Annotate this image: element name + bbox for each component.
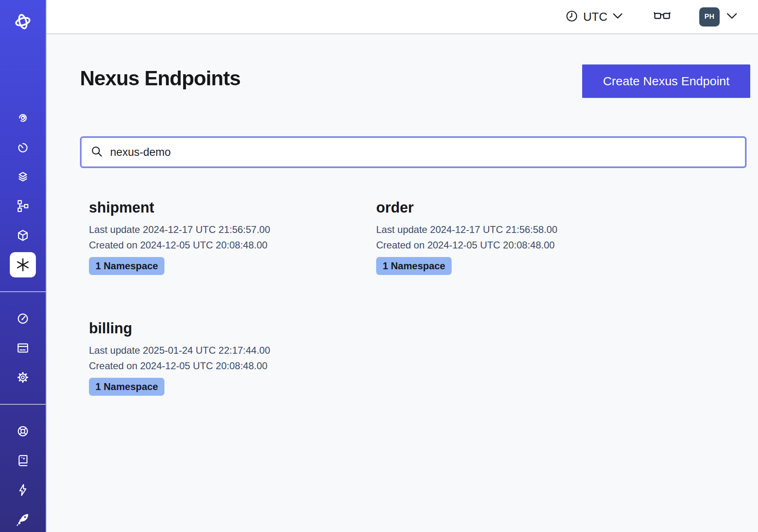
namespace-count-badge: 1 Namespace xyxy=(89,257,164,275)
rocket-icon xyxy=(16,512,30,527)
namespace-count-badge: 1 Namespace xyxy=(89,378,164,396)
nexus-active-indicator xyxy=(10,252,36,277)
endpoint-last-update: Last update 2025-01-24 UTC 22:17:44.00 xyxy=(89,343,376,358)
cube-icon xyxy=(16,228,30,242)
gauge-icon xyxy=(16,312,30,326)
endpoint-name-link[interactable]: billing xyxy=(89,320,376,337)
glasses-icon xyxy=(654,10,671,24)
sidebar-item-workers[interactable] xyxy=(0,221,46,250)
sidebar-item-schedules[interactable] xyxy=(0,133,46,162)
sidebar-item-docs[interactable] xyxy=(0,446,46,475)
deployments-icon xyxy=(16,199,30,213)
user-avatar[interactable]: PH xyxy=(699,7,720,27)
endpoint-list: shipment Last update 2024-12-17 UTC 21:5… xyxy=(89,199,663,396)
sidebar-item-quickstart[interactable] xyxy=(0,475,46,505)
sidebar-item-usage[interactable] xyxy=(0,304,46,333)
sidebar-item-billing[interactable] xyxy=(0,333,46,363)
namespace-count-badge: 1 Namespace xyxy=(376,257,452,275)
endpoint-card[interactable]: shipment Last update 2024-12-17 UTC 21:5… xyxy=(89,199,376,275)
workflows-icon xyxy=(16,111,30,125)
endpoint-name-link[interactable]: order xyxy=(376,199,663,216)
sidebar-item-workflows[interactable] xyxy=(0,103,46,133)
gear-icon xyxy=(16,370,30,384)
sidebar xyxy=(0,0,47,532)
endpoint-last-update: Last update 2024-12-17 UTC 21:56:57.00 xyxy=(89,222,376,237)
account-menu-toggle[interactable] xyxy=(726,12,738,22)
temporal-logo[interactable] xyxy=(0,10,46,35)
billing-card-icon xyxy=(16,341,30,355)
lifebuoy-icon xyxy=(16,424,30,438)
top-header: UTC PH xyxy=(47,0,758,34)
sidebar-nav-help xyxy=(0,417,46,532)
endpoint-created-on: Created on 2024-12-05 UTC 20:08:48.00 xyxy=(376,237,663,253)
schedules-icon xyxy=(16,140,30,154)
sidebar-item-namespaces[interactable] xyxy=(0,162,46,191)
timezone-selector[interactable]: UTC xyxy=(565,10,623,24)
nexus-asterisk-icon xyxy=(15,257,31,273)
search-bar xyxy=(80,136,747,168)
lightning-icon xyxy=(16,483,30,497)
temporal-logo-icon xyxy=(11,10,35,35)
sidebar-item-nexus[interactable] xyxy=(0,250,46,279)
sidebar-item-getting-started[interactable] xyxy=(0,505,46,532)
sidebar-divider xyxy=(0,404,46,405)
sidebar-item-deployments[interactable] xyxy=(0,191,46,221)
endpoint-name-link[interactable]: shipment xyxy=(89,199,376,216)
chevron-down-icon xyxy=(612,12,623,21)
book-sparkles-icon xyxy=(16,454,30,468)
search-input[interactable] xyxy=(109,146,736,159)
page-title: Nexus Endpoints xyxy=(80,66,240,91)
clock-icon xyxy=(565,10,578,24)
timezone-label: UTC xyxy=(583,10,607,24)
endpoint-last-update: Last update 2024-12-17 UTC 21:56:58.00 xyxy=(376,222,663,237)
chevron-down-icon xyxy=(726,12,738,22)
sidebar-item-support[interactable] xyxy=(0,417,46,446)
sidebar-nav-primary xyxy=(0,103,46,279)
sidebar-item-settings[interactable] xyxy=(0,363,46,392)
sidebar-nav-account xyxy=(0,304,46,392)
endpoint-card[interactable]: order Last update 2024-12-17 UTC 21:56:5… xyxy=(376,199,663,275)
app-root: UTC PH xyxy=(0,0,758,532)
create-nexus-endpoint-button[interactable]: Create Nexus Endpoint xyxy=(582,64,750,98)
labs-toggle[interactable] xyxy=(654,10,671,24)
sidebar-divider xyxy=(0,291,46,292)
endpoint-created-on: Created on 2024-12-05 UTC 20:08:48.00 xyxy=(89,358,376,374)
endpoint-card[interactable]: billing Last update 2025-01-24 UTC 22:17… xyxy=(89,320,376,396)
main-content: Nexus Endpoints Create Nexus Endpoint sh… xyxy=(47,34,758,532)
endpoint-created-on: Created on 2024-12-05 UTC 20:08:48.00 xyxy=(89,237,376,253)
search-icon xyxy=(91,145,103,159)
namespaces-icon xyxy=(16,170,30,184)
